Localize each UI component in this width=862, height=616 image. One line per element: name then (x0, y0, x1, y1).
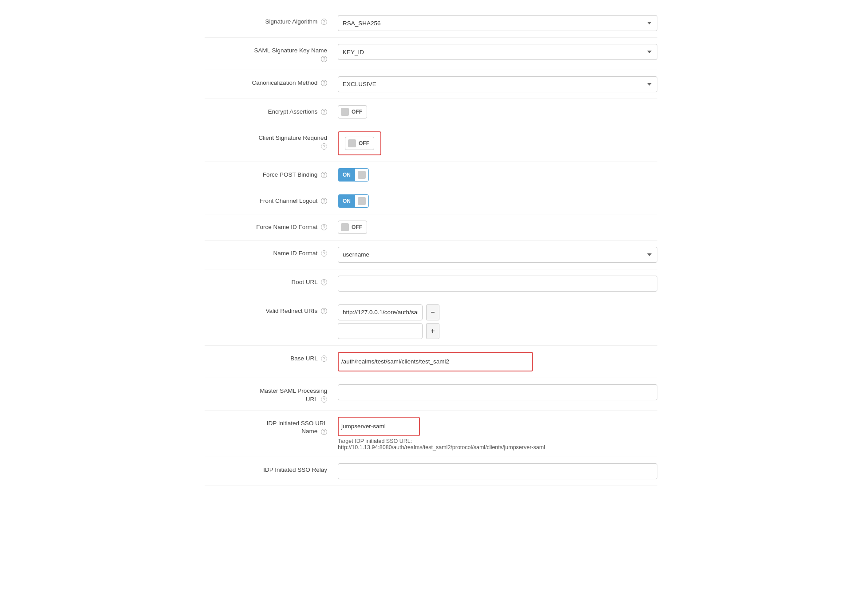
force-post-binding-help-icon[interactable]: ? (321, 172, 327, 178)
toggle-off-label: OFF (359, 140, 374, 146)
toggle-off-label: OFF (352, 109, 367, 115)
root-url-control (338, 276, 657, 292)
master-saml-processing-url-label: Master SAML Processing URL ? (205, 384, 338, 404)
client-signature-toggle[interactable]: OFF (345, 137, 374, 150)
root-url-input[interactable] (338, 276, 657, 292)
encrypt-assertions-label: Encrypt Assertions ? (205, 105, 338, 116)
canonicalization-row: Canonicalization Method ? EXCLUSIVE (205, 70, 657, 99)
force-name-id-format-control: OFF (338, 221, 657, 234)
master-saml-processing-url-control (338, 384, 657, 400)
signature-algorithm-help-icon[interactable]: ? (321, 19, 327, 25)
toggle-thumb (341, 223, 349, 231)
base-url-highlight-wrapper (338, 352, 657, 371)
idp-initiated-sso-relay-row: IDP Initiated SSO Relay (205, 457, 657, 486)
signature-algorithm-row: Signature Algorithm ? RSA_SHA256 (205, 9, 657, 38)
signature-algorithm-control: RSA_SHA256 (338, 15, 657, 31)
root-url-help-icon[interactable]: ? (321, 279, 327, 285)
toggle-on-label: ON (338, 195, 355, 207)
add-redirect-uri-button[interactable]: + (426, 323, 439, 339)
force-post-binding-row: Force POST Binding ? ON (205, 162, 657, 188)
name-id-format-help-icon[interactable]: ? (321, 250, 327, 257)
idp-initiated-sso-relay-label: IDP Initiated SSO Relay (205, 463, 338, 474)
toggle-off-label: OFF (352, 224, 367, 230)
valid-redirect-uri-input-2[interactable] (338, 323, 423, 339)
valid-redirect-uri-input-1[interactable] (338, 304, 423, 320)
name-id-format-label: Name ID Format ? (205, 247, 338, 258)
signature-algorithm-select[interactable]: RSA_SHA256 (338, 15, 657, 31)
client-signature-row: Client Signature Required ? OFF (205, 125, 657, 162)
idp-initiated-sso-url-name-row: IDP Initiated SSO URL Name ? Target IDP … (205, 411, 657, 457)
idp-sso-url-info: Target IDP initiated SSO URL: http://10.… (338, 438, 545, 450)
idp-sso-input-row (338, 417, 657, 436)
front-channel-logout-row: Front Channel Logout ? ON (205, 188, 657, 214)
master-saml-processing-url-input[interactable] (338, 384, 657, 400)
client-signature-highlight: OFF (338, 131, 381, 155)
client-signature-help-icon[interactable]: ? (321, 143, 327, 150)
toggle-thumb (348, 139, 356, 147)
front-channel-logout-help-icon[interactable]: ? (321, 198, 327, 204)
front-channel-logout-label: Front Channel Logout ? (205, 194, 338, 205)
force-post-binding-toggle[interactable]: ON (338, 168, 369, 182)
base-url-label: Base URL ? (205, 352, 338, 363)
root-url-row: Root URL ? (205, 269, 657, 298)
toggle-thumb (358, 171, 366, 179)
saml-key-name-label: SAML Signature Key Name ? (205, 44, 338, 63)
idp-sso-url-highlight (338, 417, 420, 436)
valid-redirect-uris-control: − + (338, 304, 657, 339)
force-post-binding-control: ON (338, 168, 657, 182)
toggle-thumb (358, 197, 366, 205)
idp-initiated-sso-url-name-label: IDP Initiated SSO URL Name ? (205, 417, 338, 436)
base-url-control (338, 352, 657, 371)
valid-redirect-uris-label: Valid Redirect URIs ? (205, 304, 338, 316)
idp-initiated-sso-relay-input[interactable] (338, 463, 657, 479)
valid-redirect-second-row: + (338, 323, 439, 339)
canonicalization-control: EXCLUSIVE (338, 76, 657, 92)
root-url-label: Root URL ? (205, 276, 338, 287)
force-name-id-format-label: Force Name ID Format ? (205, 221, 338, 232)
saml-key-name-control: KEY_ID (338, 44, 657, 60)
front-channel-logout-toggle[interactable]: ON (338, 194, 369, 208)
master-saml-processing-url-row: Master SAML Processing URL ? (205, 378, 657, 411)
base-url-highlight (338, 352, 533, 371)
force-name-id-format-toggle[interactable]: OFF (338, 221, 367, 234)
encrypt-assertions-toggle[interactable]: OFF (338, 105, 367, 118)
force-post-binding-label: Force POST Binding ? (205, 168, 338, 179)
encrypt-assertions-help-icon[interactable]: ? (321, 109, 327, 115)
force-name-id-format-row: Force Name ID Format ? OFF (205, 214, 657, 241)
valid-redirect-uris-row: Valid Redirect URIs ? − + (205, 298, 657, 346)
valid-redirect-first-row: − (338, 304, 439, 320)
base-url-row: Base URL ? (205, 346, 657, 378)
remove-redirect-uri-button[interactable]: − (426, 304, 439, 320)
master-saml-help-icon[interactable]: ? (321, 396, 327, 403)
canonicalization-select[interactable]: EXCLUSIVE (338, 76, 657, 92)
client-signature-control: OFF (338, 131, 657, 155)
name-id-format-select[interactable]: username (338, 247, 657, 263)
force-name-id-format-help-icon[interactable]: ? (321, 224, 327, 230)
settings-form: Signature Algorithm ? RSA_SHA256 SAML Si… (187, 0, 675, 495)
encrypt-assertions-row: Encrypt Assertions ? OFF (205, 99, 657, 125)
canonicalization-help-icon[interactable]: ? (321, 80, 327, 86)
canonicalization-label: Canonicalization Method ? (205, 76, 338, 87)
client-signature-label: Client Signature Required ? (205, 131, 338, 151)
idp-sso-url-name-help-icon[interactable]: ? (321, 429, 327, 435)
name-id-format-row: Name ID Format ? username (205, 241, 657, 269)
toggle-on-label: ON (338, 169, 355, 181)
toggle-thumb (341, 108, 349, 116)
signature-algorithm-label: Signature Algorithm ? (205, 15, 338, 26)
saml-key-name-row: SAML Signature Key Name ? KEY_ID (205, 38, 657, 70)
front-channel-logout-control: ON (338, 194, 657, 208)
idp-initiated-sso-url-name-input[interactable] (341, 419, 416, 434)
idp-initiated-sso-url-name-control: Target IDP initiated SSO URL: http://10.… (338, 417, 657, 450)
valid-redirect-uris-help-icon[interactable]: ? (321, 308, 327, 314)
saml-key-name-help-icon[interactable]: ? (321, 56, 327, 62)
name-id-format-control: username (338, 247, 657, 263)
saml-key-name-select[interactable]: KEY_ID (338, 44, 657, 60)
idp-initiated-sso-relay-control (338, 463, 657, 479)
encrypt-assertions-control: OFF (338, 105, 657, 118)
base-url-help-icon[interactable]: ? (321, 355, 327, 362)
base-url-input[interactable] (341, 354, 530, 370)
